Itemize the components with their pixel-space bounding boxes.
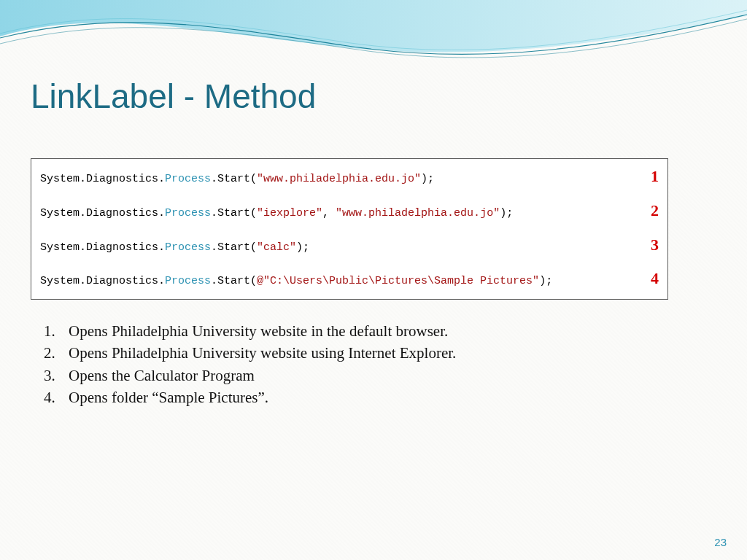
page-number: 23 <box>714 536 727 548</box>
list-item-text: Opens Philadelphia University website in… <box>69 321 671 341</box>
list-item-text: Opens Philadelphia University website us… <box>69 343 671 363</box>
list-item: 3.Opens the Calculator Program <box>44 365 671 386</box>
slide-title: LinkLabel - Method <box>31 77 316 116</box>
code-annotation-number: 1 <box>638 166 659 187</box>
list-item-number: 3. <box>44 365 69 386</box>
explanation-list: 1.Opens Philadelphia University website … <box>44 321 671 409</box>
code-example-box: System.Diagnostics.Process.Start("www.ph… <box>31 158 668 300</box>
code-text: System.Diagnostics.Process.Start(@"C:\Us… <box>40 275 552 289</box>
list-item-number: 2. <box>44 343 69 363</box>
code-line: System.Diagnostics.Process.Start(@"C:\Us… <box>40 268 659 289</box>
list-item-text: Opens folder “Sample Pictures”. <box>69 387 671 408</box>
list-item: 4.Opens folder “Sample Pictures”. <box>44 387 671 408</box>
code-annotation-number: 2 <box>638 201 659 221</box>
list-item: 1.Opens Philadelphia University website … <box>44 321 671 341</box>
code-line: System.Diagnostics.Process.Start("iexplo… <box>40 201 659 221</box>
list-item-number: 4. <box>44 387 69 408</box>
code-annotation-number: 3 <box>638 235 659 255</box>
blank-line <box>40 190 659 201</box>
code-text: System.Diagnostics.Process.Start("calc")… <box>40 241 309 255</box>
code-annotation-number: 4 <box>638 268 659 289</box>
list-item-number: 1. <box>44 321 69 341</box>
code-text: System.Diagnostics.Process.Start("iexplo… <box>40 207 513 221</box>
blank-line <box>40 257 659 268</box>
list-item-text: Opens the Calculator Program <box>69 365 671 386</box>
code-line: System.Diagnostics.Process.Start("calc")… <box>40 235 659 255</box>
blank-line <box>40 224 659 235</box>
code-text: System.Diagnostics.Process.Start("www.ph… <box>40 173 434 187</box>
list-item: 2.Opens Philadelphia University website … <box>44 343 671 363</box>
code-line: System.Diagnostics.Process.Start("www.ph… <box>40 166 659 187</box>
